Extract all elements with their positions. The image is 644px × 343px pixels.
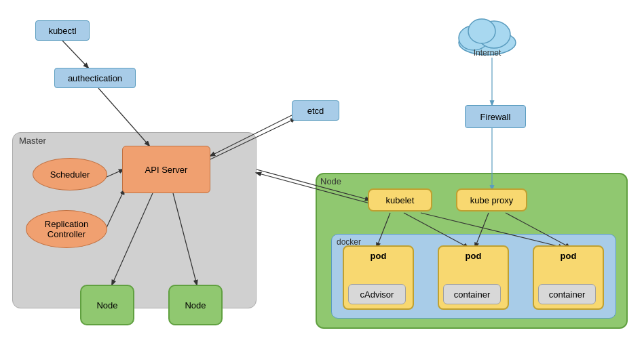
container2-box: container xyxy=(443,284,501,304)
kubelet-label: kubelet xyxy=(386,195,415,205)
authentication-box: authectication xyxy=(54,68,136,88)
node-left1-label: Node xyxy=(96,300,117,310)
firewall-box: Firewall xyxy=(465,105,526,128)
pod1-label: pod xyxy=(371,251,387,261)
scheduler-box: Scheduler xyxy=(33,158,107,190)
internet-label: Internet xyxy=(474,48,501,58)
pod2-label: pod xyxy=(466,251,482,261)
replication-controller-box: Replication Controller xyxy=(26,210,107,248)
node-left1-box: Node xyxy=(80,285,134,325)
container2-label: container xyxy=(454,289,490,300)
pod1-box: pod cAdvisor xyxy=(343,245,414,310)
pod3-label: pod xyxy=(561,251,577,261)
api-server-box: API Server xyxy=(122,146,210,193)
kubelet-box: kubelet xyxy=(368,188,432,211)
pod3-box: pod container xyxy=(533,245,604,310)
scheduler-label: Scheduler xyxy=(50,169,90,180)
svg-point-20 xyxy=(468,19,495,43)
master-label: Master xyxy=(19,136,46,146)
kube-proxy-box: kube proxy xyxy=(456,188,527,211)
kubectl-label: kubectl xyxy=(48,26,76,36)
etcd-label: etcd xyxy=(307,106,324,116)
container3-box: container xyxy=(538,284,596,304)
internet-cloud: Internet xyxy=(453,12,521,56)
node-left2-label: Node xyxy=(185,300,206,310)
cAdvisor-box: cAdvisor xyxy=(348,284,406,304)
node-label: Node xyxy=(320,176,341,186)
replication-controller-label: Replication Controller xyxy=(45,219,88,239)
pod2-box: pod container xyxy=(438,245,509,310)
kubectl-box: kubectl xyxy=(35,20,90,41)
container3-label: container xyxy=(549,289,585,300)
node-left2-box: Node xyxy=(168,285,223,325)
svg-line-0 xyxy=(62,41,88,68)
firewall-label: Firewall xyxy=(480,112,511,122)
kube-proxy-label: kube proxy xyxy=(470,195,514,205)
etcd-box: etcd xyxy=(292,100,339,121)
api-server-label: API Server xyxy=(145,165,188,175)
authentication-label: authectication xyxy=(68,73,122,83)
cAdvisor-label: cAdvisor xyxy=(360,289,394,300)
diagram: Master Node docker xyxy=(0,0,644,343)
